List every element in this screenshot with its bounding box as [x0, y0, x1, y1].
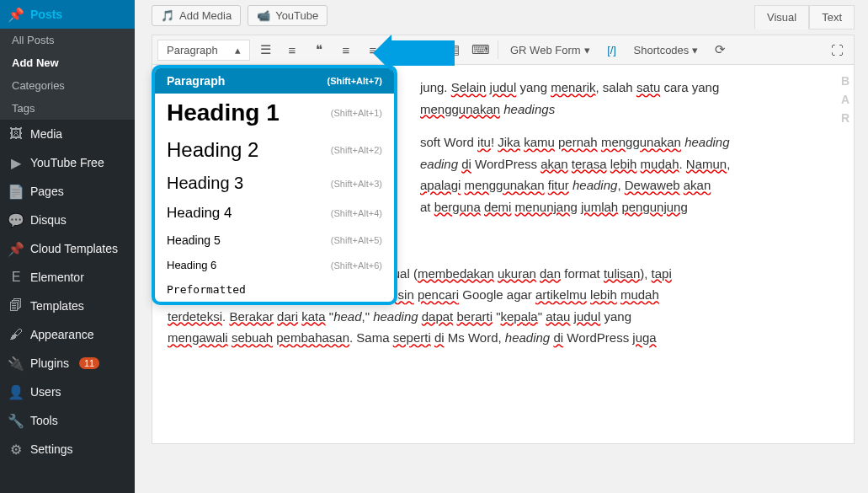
sidebar-item-plugins[interactable]: 🔌Plugins11	[0, 349, 135, 378]
collapsed-panel-letters: BAR	[841, 74, 849, 125]
menu-icon: 📄	[8, 184, 24, 199]
editor-toolbar: Paragraph▴ ☰ ≡ ❝ ≡ ≡ ≡ 🔗 ▤ ⌨ GR Web Form…	[152, 35, 855, 65]
format-option-paragraph[interactable]: Paragraph(Shift+Alt+7)	[155, 68, 394, 94]
bullet-list-icon[interactable]: ☰	[253, 38, 277, 62]
format-option-heading-5[interactable]: Heading 5(Shift+Alt+5)	[155, 228, 394, 253]
sidebar-item-posts[interactable]: 📌 Posts	[0, 0, 135, 29]
sidebar-item-elementor[interactable]: EElementor	[0, 263, 135, 292]
tab-visual[interactable]: Visual	[754, 5, 809, 29]
sidebar-item-cloud-templates[interactable]: 📌Cloud Templates	[0, 234, 135, 263]
menu-icon: 🔌	[8, 356, 24, 371]
fullscreen-icon[interactable]: ⛶	[825, 38, 849, 62]
menu-icon: 📌	[8, 241, 24, 256]
sidebar-item-tools[interactable]: 🔧Tools	[0, 406, 135, 435]
menu-icon: 👤	[8, 384, 24, 399]
format-option-heading-1[interactable]: Heading 1(Shift+Alt+1)	[155, 94, 394, 132]
sidebar-item-users[interactable]: 👤Users	[0, 378, 135, 406]
sidebar-item-settings[interactable]: ⚙Settings	[0, 435, 135, 464]
sidebar-item-appearance[interactable]: 🖌Appearance	[0, 320, 135, 349]
sidebar-sub-categories[interactable]: Categories	[0, 74, 135, 97]
sidebar-item-youtube-free[interactable]: ▶YouTube Free	[0, 148, 135, 177]
sidebar-sub-add-new[interactable]: Add New	[0, 51, 135, 74]
sidebar-label: Posts	[30, 8, 62, 21]
youtube-button[interactable]: 📹YouTube	[248, 5, 327, 26]
media-icon: 🎵	[161, 9, 174, 22]
sidebar-item-disqus[interactable]: 💬Disqus	[0, 206, 135, 234]
sidebar-item-templates[interactable]: 🗐Templates	[0, 292, 135, 320]
format-dropdown-panel: Paragraph(Shift+Alt+7)Heading 1(Shift+Al…	[152, 65, 397, 305]
insert-tag-button[interactable]: [/]	[600, 38, 624, 62]
align-left-icon[interactable]: ≡	[334, 38, 358, 62]
menu-icon: 🗐	[8, 298, 24, 313]
format-option-heading-3[interactable]: Heading 3(Shift+Alt+3)	[155, 168, 394, 199]
menu-icon: ▶	[8, 155, 24, 170]
sidebar-sub-all-posts[interactable]: All Posts	[0, 29, 135, 51]
sidebar-item-media[interactable]: 🖼Media	[0, 120, 135, 148]
admin-sidebar: 📌 Posts All PostsAdd NewCategoriesTags 🖼…	[0, 0, 135, 493]
sidebar-sub-tags[interactable]: Tags	[0, 97, 135, 120]
menu-icon: ⚙	[8, 442, 24, 457]
format-option-heading-6[interactable]: Heading 6(Shift+Alt+6)	[155, 253, 394, 277]
format-option-preformatted[interactable]: Preformatted	[155, 277, 394, 302]
gr-web-form-dropdown[interactable]: GR Web Form ▾	[503, 38, 597, 62]
update-badge: 11	[79, 357, 99, 369]
add-media-button[interactable]: 🎵Add Media	[152, 5, 241, 26]
menu-icon: 🖼	[8, 126, 24, 142]
numbered-list-icon[interactable]: ≡	[280, 38, 304, 62]
shortcodes-dropdown[interactable]: Shortcodes ▾	[627, 38, 706, 62]
blockquote-icon[interactable]: ❝	[307, 38, 331, 62]
sidebar-item-pages[interactable]: 📄Pages	[0, 177, 135, 206]
toolbar-toggle-icon[interactable]: ⌨	[469, 38, 493, 62]
menu-icon: 🖌	[8, 327, 24, 342]
menu-icon: 🔧	[8, 413, 24, 428]
menu-icon: E	[8, 270, 24, 285]
arrow-callout	[391, 40, 455, 66]
refresh-icon[interactable]: ⟳	[708, 38, 732, 62]
editor-tabs: Visual Text	[754, 5, 855, 29]
format-option-heading-2[interactable]: Heading 2(Shift+Alt+2)	[155, 132, 394, 168]
format-dropdown-trigger[interactable]: Paragraph▴	[157, 40, 250, 61]
format-option-heading-4[interactable]: Heading 4(Shift+Alt+4)	[155, 199, 394, 228]
editor-content: 🎵Add Media 📹YouTube Visual Text Paragrap…	[135, 0, 868, 493]
menu-icon: 💬	[8, 212, 24, 228]
video-icon: 📹	[257, 9, 270, 22]
pin-icon: 📌	[8, 7, 24, 22]
chevron-up-icon: ▴	[235, 44, 241, 56]
tab-text[interactable]: Text	[809, 5, 855, 29]
